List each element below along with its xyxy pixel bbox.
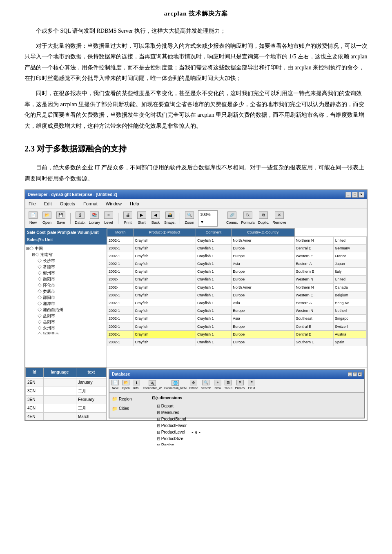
db-item-region[interactable]: 📁 Region — [111, 394, 148, 404]
menu-window[interactable]: Window — [104, 200, 123, 209]
cube-node-5[interactable]: ⊟ ProductSize — [152, 436, 363, 442]
tree-node-12[interactable]: ◇ 岳阳市 — [26, 319, 106, 325]
list-item[interactable]: 3ENFebruary — [26, 396, 107, 404]
paragraph-4: 目前，绝大多数的企业 IT 产品众多，不同部门使用的软件及后台数据库也不尽相同。… — [24, 162, 368, 184]
table-row[interactable]: 2002-1CrayfishCrayfish 1EuropeWestern EF… — [107, 252, 367, 260]
btn-snaps[interactable]: 📸 Snaps. — [164, 211, 176, 226]
btn-print[interactable]: 🖨 Print — [122, 211, 133, 226]
btn-datab[interactable]: 🗄 Datab. — [75, 211, 86, 226]
db-title-text: Database — [112, 371, 130, 378]
db-btn-tab[interactable]: ⊞ Tab 0 — [224, 380, 232, 391]
tree-node-1[interactable]: ⊟◇ 湖南省 — [26, 251, 106, 258]
tree-node-11[interactable]: ◇ 益阳市 — [26, 313, 106, 319]
zoom-value[interactable]: 100% ▼ — [198, 210, 218, 227]
cube-node-2[interactable]: ⊟ ProductBrand — [152, 416, 363, 423]
region-label: Region — [119, 396, 132, 403]
list-item[interactable]: 2ENJanuary — [26, 378, 107, 387]
btn-save[interactable]: 💾 Save — [56, 211, 66, 226]
tree-node-9[interactable]: ◇ 湘潭市 — [26, 300, 106, 307]
cube-node-3[interactable]: ⊟ ProductFlavor — [152, 423, 363, 429]
minimize-btn[interactable]: _ — [345, 192, 351, 198]
new-icon: 📄 — [29, 211, 38, 219]
tree-node-10[interactable]: ◇ 湘西自治州 — [26, 307, 106, 313]
close-btn[interactable]: × — [359, 192, 364, 198]
folder-icon-cities: 📁 — [112, 405, 118, 413]
btn-back[interactable]: ◀ Back — [150, 211, 161, 226]
table-row[interactable]: 2002-1CrayfishCrayfish 1EuropeWestern EB… — [107, 291, 367, 299]
btn-new[interactable]: 📄 New — [28, 211, 38, 226]
list-item[interactable]: 3CN二月 — [26, 387, 107, 396]
db-maximize-btn[interactable]: □ — [353, 372, 357, 376]
cube-node-1[interactable]: ⊟ Measures — [152, 409, 363, 416]
cube-node-4[interactable]: ⊟ ProductLevel — [152, 429, 363, 436]
tree-node-6[interactable]: ◇ 怀化市 — [26, 282, 106, 288]
menu-file[interactable]: File — [27, 200, 38, 209]
table-row[interactable]: 2002-1CrayfishCrayfish 1EuropeCentral EG… — [107, 244, 367, 252]
right-panel[interactable]: Month Product◁▷Product Continent Country… — [107, 228, 367, 367]
table-row[interactable]: 2002-1CrayfishCrayfish 1EuropeSouthern E… — [107, 268, 367, 276]
cube-node-0[interactable]: ⊟ Depart — [152, 403, 363, 409]
tree-node-7[interactable]: ◇ 娄底市 — [26, 288, 106, 294]
db-btn-conn-w[interactable]: 🔌 Connection_W — [143, 380, 162, 391]
table-row[interactable]: 2002-1CrayfishCrayfish 1EuropeSouthern E… — [107, 338, 367, 346]
db-btn-primev[interactable]: P Primev — [235, 380, 245, 391]
menu-format[interactable]: Format — [82, 200, 99, 209]
btn-duplic[interactable]: ⧉ Duplic. — [258, 211, 270, 226]
db-btn-search[interactable]: 🔍 Search — [201, 380, 211, 391]
table-row[interactable]: 2002-1CrayfishCrayfish 1AsiaEastern AHon… — [107, 299, 367, 307]
table-row[interactable]: 2002-1CrayfishCrayfish 1AsiaEastern AJap… — [107, 260, 367, 268]
db-btn-offline[interactable]: ⊘ Offline — [189, 380, 198, 391]
page-title: arcplan 技术解决方案 — [24, 8, 368, 19]
menu-help[interactable]: Help — [128, 200, 141, 209]
col-language: language — [43, 368, 76, 377]
db-btn-info[interactable]: ℹ Info. — [132, 380, 140, 391]
tree-node-5[interactable]: ◇ 衡阳市 — [26, 276, 106, 282]
db-btn-field[interactable]: F Field — [247, 380, 256, 391]
table-row[interactable]: 2002-1CrayfishCrayfish 1EuropeCentral EA… — [107, 330, 367, 338]
menu-edit[interactable]: Edit — [42, 200, 53, 209]
btn-level[interactable]: ≡ Level — [103, 211, 114, 226]
table-row[interactable]: 2002-CrayfishCrayfish 1North AmerNorther… — [107, 283, 367, 291]
db-close-btn[interactable]: × — [358, 372, 362, 376]
db-btn-open[interactable]: 📂 Open — [122, 380, 130, 391]
tree-node-14[interactable]: ◇ 张家界市 — [26, 331, 106, 334]
tree-node-4[interactable]: ◇ 郴州市 — [26, 270, 106, 276]
btn-start[interactable]: ▶ Start — [136, 211, 147, 226]
db-btn-new[interactable]: 📄 New — [111, 380, 119, 391]
cube-node-6[interactable]: ⊟ Region — [152, 442, 363, 445]
table-row[interactable]: 2002-1CrayfishCrayfish 1AsiaSoutheastSin… — [107, 315, 367, 323]
db-conn-rem-icon: 🌐 — [172, 380, 179, 386]
btn-zoom[interactable]: 🔍 Zoom — [184, 211, 195, 226]
db-btn-conn-rem[interactable]: 🌐 Connection_REM — [164, 380, 187, 391]
btn-conns[interactable]: 🔗 Conns. — [226, 211, 238, 226]
tree-node-2[interactable]: ◇ 长沙市 — [26, 258, 106, 264]
db-btn-new2[interactable]: + New — [214, 380, 222, 391]
maximize-btn[interactable]: □ — [352, 192, 358, 198]
btn-formula[interactable]: fx Formula — [241, 211, 255, 226]
list-item[interactable]: 4ENMarch — [26, 413, 107, 421]
tree-node-13[interactable]: ◇ 永州市 — [26, 325, 106, 331]
paragraph-1: 个或多个 SQL 语句发到 RDBMS Server 执行，这样大大提高并发处理… — [24, 26, 368, 37]
tree-area[interactable]: ⊟◇ 中国⊟◇ 湖南省◇ 长沙市◇ 常德市◇ 郴州市◇ 衡阳市◇ 怀化市◇ 娄底… — [25, 245, 107, 334]
btn-remove[interactable]: ✕ Remove — [272, 211, 286, 226]
table-row[interactable]: 2002-1CrayfishCrayfish 1EuropeWestern NN… — [107, 307, 367, 315]
zoom-icon: 🔍 — [185, 211, 194, 219]
table-row[interactable]: 2002-1CrayfishCrayfish 1EuropeCentral ES… — [107, 323, 367, 330]
table-row[interactable]: 2002-CrayfishCrayfish 1EuropeWestern NUn… — [107, 276, 367, 283]
menu-objects[interactable]: Objects — [58, 200, 77, 209]
btn-open[interactable]: 📂 Open — [42, 211, 52, 226]
tree-node-3[interactable]: ◇ 常德市 — [26, 264, 106, 270]
db-item-cities[interactable]: 📁 Cities — [111, 404, 148, 414]
table-row[interactable]: 2002-1CrayfishCrayfish 1North AmerNorthe… — [107, 236, 367, 244]
conns-icon: 🔗 — [227, 211, 236, 219]
col-country1: Country◁▷Country — [232, 229, 294, 236]
tree-node-0[interactable]: ⊟◇ 中国 — [26, 245, 106, 251]
col-text: text — [76, 368, 106, 377]
id-table-wrap[interactable]: id language text 2ENJanuary3CN二月3ENFebru… — [25, 367, 107, 420]
list-item[interactable]: 4CN三月 — [26, 404, 107, 413]
btn-library[interactable]: 📚 Library — [89, 211, 100, 226]
tree-node-8[interactable]: ◇ 邵阳市 — [26, 294, 106, 300]
db-minimize-btn[interactable]: _ — [348, 372, 352, 376]
formula-icon: fx — [243, 211, 252, 219]
db-info-icon: ℹ — [133, 380, 140, 385]
